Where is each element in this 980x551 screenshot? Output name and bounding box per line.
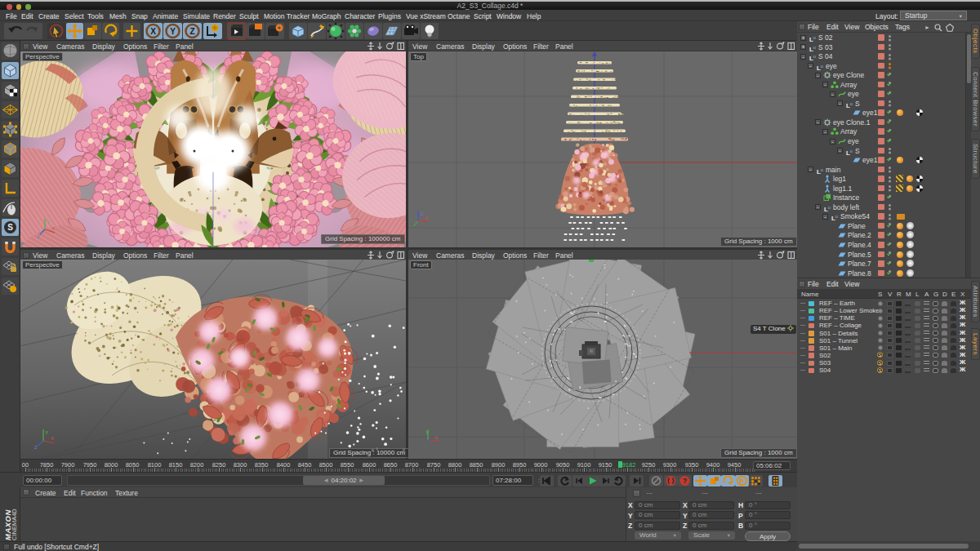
svg-text:Y: Y — [47, 220, 50, 224]
svg-text:Y: Y — [170, 27, 176, 36]
svg-text:X: X — [150, 27, 156, 36]
svg-text:Y: Y — [425, 430, 429, 435]
svg-text:X: X — [425, 216, 428, 220]
svg-text:?: ? — [683, 477, 688, 485]
svg-text:Z: Z — [37, 234, 40, 239]
svg-text:Y: Y — [45, 430, 48, 435]
svg-text:X: X — [51, 226, 55, 231]
svg-text:P: P — [740, 478, 745, 485]
svg-text:X: X — [51, 436, 54, 441]
svg-text:Z: Z — [421, 211, 424, 216]
svg-text:Z: Z — [189, 27, 194, 36]
svg-text:X: X — [434, 435, 438, 440]
svg-text:Z: Z — [34, 445, 38, 450]
svg-text:S: S — [7, 223, 13, 232]
